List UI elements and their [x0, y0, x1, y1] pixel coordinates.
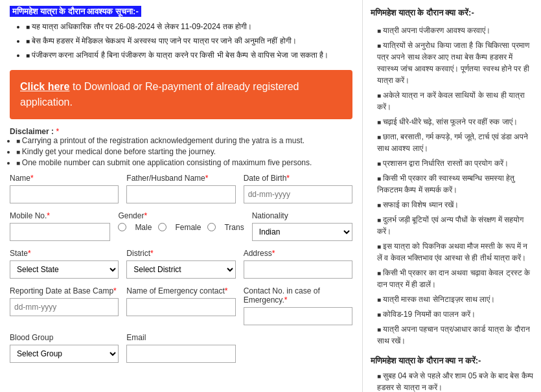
do-header: मणिमहेश यात्रा के दौरान क्या करें:- — [371, 6, 533, 19]
donot-section: सुबह 04 बजे से पहले और शाम 05 बजे के बाद… — [371, 370, 533, 393]
do-section: यात्री अपना पंजीकरण आवश्य करवाएं। यात्रि… — [371, 25, 533, 347]
do-item: इस यात्रा को पिकनिक अथवा मौज मस्ती के रू… — [377, 240, 533, 264]
form-row-4: Reporting Date at Base Camp* Name of Eme… — [10, 286, 352, 325]
blood-group-group: Blood Group Select Group — [10, 333, 119, 363]
gender-label: Gender* — [118, 211, 244, 220]
download-link[interactable]: Click here — [20, 81, 69, 92]
address-label: Address* — [244, 249, 352, 258]
father-name-label: Father/Husband Name* — [126, 174, 235, 183]
blood-group-label: Blood Group — [10, 333, 119, 342]
dob-group: Date of Birth* — [244, 174, 352, 203]
mobile-group: Mobile No.* — [10, 211, 110, 241]
gender-trans-label: Trans — [224, 223, 244, 232]
gender-group: Gender* Male Female Trans — [118, 211, 244, 241]
address-input[interactable] — [244, 260, 352, 279]
do-item: यात्रियों से अनुरोध किया जाता है कि चिकि… — [377, 40, 533, 86]
do-item: अकेले यात्रा न करें केवल साथियों के साथ … — [377, 89, 533, 113]
state-label: State* — [10, 249, 119, 258]
emergency-name-group: Name of Emergency contact* — [126, 286, 235, 325]
form-row-3: State* Select State District* Select Dis… — [10, 249, 352, 279]
do-item: यात्री मास्क तथा सेनिटाइज़र साथ लाएं। — [377, 294, 533, 305]
do-item: किसी भी प्रकार का दान अथवा चढ़ावा केवल ट… — [377, 267, 533, 290]
district-label: District* — [126, 249, 235, 258]
reporting-date-group: Reporting Date at Base Camp* — [10, 286, 119, 325]
donot-header: मणिमहेश यात्रा के दौरान क्या न करें:- — [371, 356, 533, 366]
do-item: छाता, बरसाती, गर्म कपड़े, गर्म जूते, टार… — [377, 131, 533, 154]
notice-header-highlight: मणिमहेश यात्रा के दौरान आवश्यक सूचना:- — [10, 6, 141, 17]
disclaimer-item: Carrying a printout of the registration … — [16, 136, 352, 145]
gender-trans-radio[interactable] — [207, 223, 216, 231]
emergency-name-label: Name of Emergency contact* — [126, 286, 235, 295]
dob-input[interactable] — [244, 185, 352, 203]
mobile-label: Mobile No.* — [10, 211, 110, 220]
email-input[interactable] — [126, 345, 235, 363]
emergency-name-input[interactable] — [126, 298, 235, 316]
do-item: यात्री अपना पहचान पत्र/आधार कार्ड यात्रा… — [377, 323, 533, 347]
nationality-group: Nationality Indian — [252, 211, 352, 241]
district-select[interactable]: Select District — [126, 260, 235, 279]
mobile-input[interactable] — [10, 223, 110, 241]
father-name-group: Father/Husband Name* — [126, 174, 235, 203]
blood-group-select[interactable]: Select Group — [10, 345, 119, 363]
download-banner[interactable]: Click here to Download or Re-payment of … — [10, 70, 352, 119]
do-item: प्रशासन द्वारा निर्धारित रास्तों का प्रय… — [377, 157, 533, 169]
gender-options: Male Female Trans — [118, 223, 244, 232]
donot-item: सुबह 04 बजे से पहले और शाम 05 बजे के बाद… — [377, 370, 533, 393]
emergency-contact-label: Contact No. in case of Emergency.* — [244, 286, 352, 305]
emergency-contact-input[interactable] — [244, 307, 352, 325]
state-select[interactable]: Select State — [10, 260, 119, 279]
gender-female-label: Female — [175, 223, 201, 232]
state-group: State* Select State — [10, 249, 119, 279]
name-input[interactable] — [10, 185, 119, 203]
gender-female-radio[interactable] — [158, 223, 167, 231]
disclaimer-item: Kindly get your medical done before star… — [16, 147, 352, 156]
form-row-1: Name* Father/Husband Name* Date of Birth… — [10, 174, 352, 203]
disclaimer-header: Disclaimer : * — [10, 127, 352, 136]
notice-header: मणिमहेश यात्रा के दौरान आवश्यक सूचना:- — [10, 6, 352, 17]
reporting-date-label: Reporting Date at Base Camp* — [10, 286, 119, 295]
registration-form: Name* Father/Husband Name* Date of Birth… — [10, 174, 352, 363]
gender-male-label: Male — [135, 223, 152, 232]
name-group: Name* — [10, 174, 119, 203]
do-item: चढ़ाई धीरे-धीरे चढ़े, सांस फूलने पर वहीं… — [377, 116, 533, 128]
dob-label: Date of Birth* — [244, 174, 352, 183]
name-label: Name* — [10, 174, 119, 183]
do-item: कोविड-19 नियमों का पालन करें। — [377, 308, 533, 320]
form-row-2: Mobile No.* Gender* Male Female Trans — [10, 211, 352, 241]
nationality-label: Nationality — [252, 211, 352, 220]
disclaimer-required: * — [56, 127, 59, 136]
district-group: District* Select District — [126, 249, 235, 279]
email-group: Email — [126, 333, 235, 363]
notice-list: यह यात्रा अधिकारिक तौर पर 26-08-2024 से … — [10, 21, 352, 62]
father-name-input[interactable] — [126, 185, 235, 203]
left-panel: मणिमहेश यात्रा के दौरान आवश्यक सूचना:- य… — [0, 0, 363, 392]
gender-male-radio[interactable] — [118, 223, 126, 231]
disclaimer-label: Disclaimer : — [10, 127, 54, 136]
nationality-select[interactable]: Indian — [252, 223, 352, 241]
donot-list: सुबह 04 बजे से पहले और शाम 05 बजे के बाद… — [371, 370, 533, 393]
disclaimer-list: Carrying a printout of the registration … — [10, 136, 352, 167]
disclaimer-section: Disclaimer : * Carrying a printout of th… — [10, 127, 352, 167]
email-label: Email — [126, 333, 235, 342]
placeholder-group — [244, 333, 352, 363]
do-item: दुलर्भ जड़ी बूटियों एवं अन्य पौधों के सं… — [377, 214, 533, 237]
do-item: यात्री अपना पंजीकरण आवश्य करवाएं। — [377, 25, 533, 36]
right-panel: मणिमहेश यात्रा के दौरान क्या करें:- यात्… — [363, 0, 541, 392]
disclaimer-item: One mobile number can submit one applica… — [16, 158, 352, 167]
emergency-contact-group: Contact No. in case of Emergency.* — [244, 286, 352, 325]
address-group: Address* — [244, 249, 352, 279]
notice-item: बेस कैम्प हडसर में मेडिकल चेकअप में अस्व… — [26, 35, 352, 47]
do-list: यात्री अपना पंजीकरण आवश्य करवाएं। यात्रि… — [371, 25, 533, 347]
notice-item: यह यात्रा अधिकारिक तौर पर 26-08-2024 से … — [26, 21, 352, 33]
reporting-date-input[interactable] — [10, 298, 119, 316]
do-item: किसी भी प्रकार की स्वास्थ्य सम्बन्धि समस… — [377, 172, 533, 196]
do-item: सफाई का विशेष ध्यान रखें। — [377, 199, 533, 211]
form-row-5: Blood Group Select Group Email — [10, 333, 352, 363]
notice-section: यह यात्रा अधिकारिक तौर पर 26-08-2024 से … — [10, 21, 352, 62]
notice-item: पंजीकरण करना अनिवार्य है बिना पंजीकरण के… — [26, 49, 352, 62]
